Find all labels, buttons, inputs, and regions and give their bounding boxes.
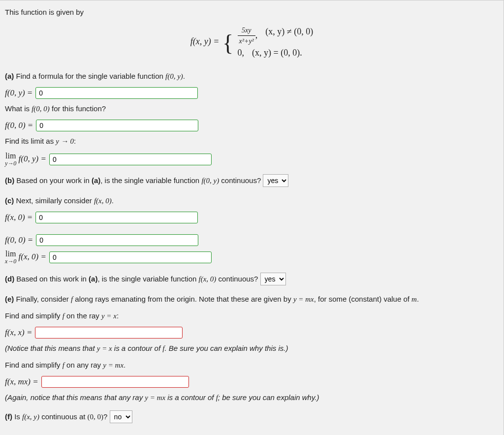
intro-text: This function is given by xyxy=(5,6,499,18)
a-q2: What is f(0, 0) for this function? xyxy=(5,103,499,115)
a-row3-label: limy→0 f(0, y) = xyxy=(5,152,46,166)
e-row1-label: f(x, x) = xyxy=(5,328,32,338)
c-lim-input[interactable] xyxy=(49,251,212,263)
f-continuous-select[interactable]: no xyxy=(110,410,132,423)
a-row2-label: f(0, 0) = xyxy=(5,121,33,130)
e-find1: Find and simplify f on the ray y = x: xyxy=(5,310,499,322)
part-f: (f) Is f(x, y) continuous at (0, 0)? no xyxy=(5,410,499,423)
eq-cases: 5xy x²+y² , (x, y) ≠ (0, 0) 0, (x, y) = … xyxy=(238,25,314,60)
piecewise-definition: f(x, y) = { 5xy x²+y² , (x, y) ≠ (0, 0) … xyxy=(5,25,499,60)
e-row2-label: f(x, mx) = xyxy=(5,377,38,387)
c-row3-label: limx→0 f(x, 0) = xyxy=(5,250,46,264)
e-fxx-input[interactable] xyxy=(35,327,183,339)
e-find2: Find and simplify f on any ray y = mx. xyxy=(5,359,499,371)
part-d: (d) Based on this work in (a), is the si… xyxy=(5,273,499,285)
a-q3: Find its limit as y → 0: xyxy=(5,135,499,147)
e-fxmx-input[interactable] xyxy=(41,376,189,388)
c-fx0-input[interactable] xyxy=(35,212,198,223)
left-brace-icon: { xyxy=(222,32,233,55)
c-row1-label: f(x, 0) = xyxy=(5,213,32,222)
e-note1: (Notice that this means that y = x is a … xyxy=(5,342,499,354)
d-continuous-select[interactable]: yes xyxy=(260,273,286,285)
c-row2-label: f(0, 0) = xyxy=(5,235,33,245)
eq-lhs: f(x, y) = xyxy=(190,36,220,46)
problem-page: This function is given by f(x, y) = { 5x… xyxy=(0,0,504,435)
a-lim-input[interactable] xyxy=(49,154,212,165)
a-row1-label: f(0, y) = xyxy=(5,88,32,98)
part-b: (b) Based on your work in (a), is the si… xyxy=(5,174,499,187)
b-continuous-select[interactable]: yes xyxy=(263,174,288,187)
part-c-prompt: (c) Next, similarly consider f(x, 0). xyxy=(5,195,499,207)
part-e-prompt: (e) Finally, consider f along rays emana… xyxy=(5,293,499,305)
e-note2: (Again, notice that this means that any … xyxy=(5,392,499,404)
c-f00-input[interactable] xyxy=(36,234,198,246)
a-f00-input[interactable] xyxy=(36,120,198,131)
part-a-prompt: (a) Find a formula for the single variab… xyxy=(5,70,499,82)
a-f0y-input[interactable] xyxy=(35,87,198,99)
